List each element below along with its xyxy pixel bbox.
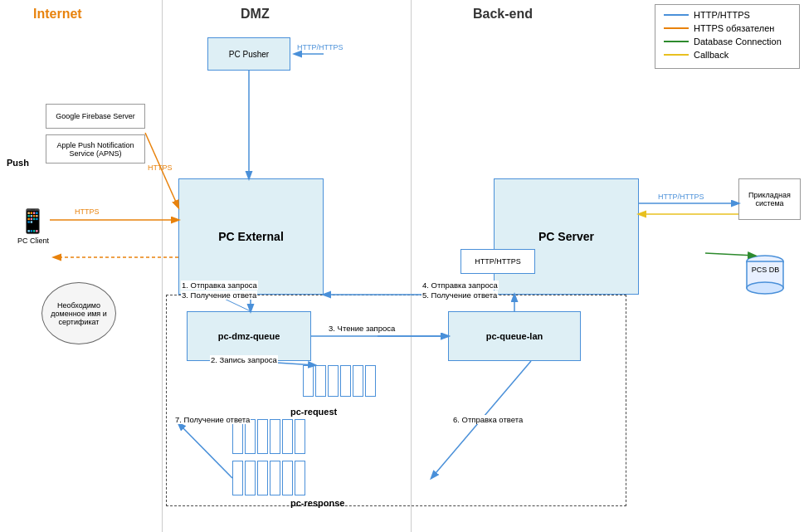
pc-request-label: pc-request (290, 407, 337, 417)
step4-label: 4. Отправка запроса (421, 281, 499, 290)
section-internet: Internet (33, 7, 82, 22)
legend-callback: Callback (664, 50, 791, 60)
step3-label: 3. Чтение запроса (328, 324, 396, 333)
pc-pusher-box: PC Pusher (207, 37, 290, 71)
pc-queue-lan-box: pc-queue-lan (448, 311, 581, 361)
legend-callback-label: Callback (694, 50, 728, 60)
pc-client-icon: 📱 (18, 207, 47, 235)
legend-http: HTTP/HTTPS (664, 10, 791, 20)
step2-label: 2. Запись запроса (210, 355, 278, 364)
pc-dmz-queue-box: pc-dmz-queue (187, 311, 311, 361)
pc-external-box: PC External (178, 178, 324, 295)
domain-cert: Необходимо доменное имя и сертификат (41, 282, 116, 344)
legend-db-line (664, 41, 689, 42)
prikl-sistema-box: Прикладная система (738, 178, 801, 220)
legend-http-line (664, 14, 689, 16)
diagram: Internet DMZ Back-end PC Pusher Google F… (0, 0, 804, 532)
svg-text:HTTPS: HTTPS (75, 207, 100, 216)
legend-http-label: HTTP/HTTPS (694, 10, 750, 20)
google-firebase-box: Google Firebase Server (46, 104, 145, 129)
step1-label: 1. Отправка запроса (181, 281, 258, 290)
pc-response-label: pc-response (290, 498, 344, 508)
legend-db-label: Database Connection (694, 37, 782, 46)
step5-label: 5. Получение ответа (421, 290, 498, 300)
svg-point-2 (747, 282, 783, 294)
legend-box: HTTP/HTTPS HTTPS обязателен Database Con… (655, 4, 800, 69)
apple-push-box: Apple Push Notification Service (APNS) (46, 134, 145, 164)
step6-label: 6. Отправка ответа (452, 415, 524, 424)
legend-https-label: HTTPS обязателен (694, 23, 774, 33)
pc-client-label: PC Client (8, 237, 58, 245)
legend-https-req: HTTPS обязателен (664, 23, 791, 33)
legend-callback-line (664, 54, 689, 56)
step3r-label: 3. Получение ответа (181, 290, 257, 300)
pcs-db-label: PCS DB (746, 266, 785, 274)
pc-server-box: PC Server (494, 178, 639, 295)
push-label: Push (7, 158, 29, 168)
pc-response-queue (232, 461, 305, 495)
legend-db: Database Connection (664, 37, 791, 46)
pcs-db: PCS DB (743, 253, 788, 300)
svg-text:HTTP/HTTPS: HTTP/HTTPS (658, 193, 704, 201)
dmz-request-queue (303, 365, 376, 397)
pc-request-queue (232, 419, 305, 454)
svg-text:HTTPS: HTTPS (148, 164, 173, 172)
section-dmz: DMZ (241, 7, 270, 22)
step7-label: 7. Получение ответа (174, 415, 251, 424)
legend-https-line (664, 27, 689, 29)
svg-text:HTTP/HTTPS: HTTP/HTTPS (297, 43, 344, 51)
http-https-pcserver: HTTP/HTTPS (460, 249, 535, 274)
divider-left (162, 0, 163, 532)
section-backend: Back-end (473, 7, 533, 22)
